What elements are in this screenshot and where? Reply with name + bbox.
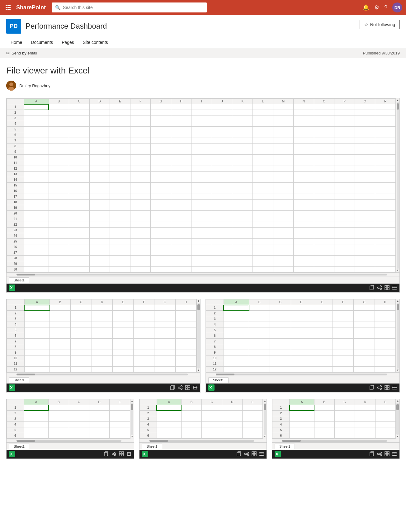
cell-L6[interactable] xyxy=(253,132,273,138)
cell-H12[interactable] xyxy=(375,367,395,372)
cell-D5[interactable] xyxy=(222,427,242,433)
cell-P3[interactable] xyxy=(334,115,355,121)
cell-B14[interactable] xyxy=(49,177,69,183)
cell-M27[interactable] xyxy=(273,250,294,256)
cell-F6[interactable] xyxy=(130,132,151,138)
cell-L29[interactable] xyxy=(253,261,273,267)
cell-B6[interactable] xyxy=(181,433,201,439)
cell-B3[interactable] xyxy=(181,416,201,422)
cell-D4[interactable] xyxy=(92,322,112,327)
cell-D3[interactable] xyxy=(89,115,110,121)
cell-Q28[interactable] xyxy=(355,256,375,261)
cell-C25[interactable] xyxy=(69,239,90,244)
cell-K9[interactable] xyxy=(232,149,253,155)
cell-G8[interactable] xyxy=(354,344,375,350)
cell-D26[interactable] xyxy=(89,244,110,250)
send-email-button[interactable]: ✉ Send by email xyxy=(6,51,37,55)
cell-I18[interactable] xyxy=(191,200,212,205)
cell-B17[interactable] xyxy=(49,194,69,200)
cell-F9[interactable] xyxy=(333,350,354,355)
cell-E6[interactable] xyxy=(112,333,133,339)
cell-D16[interactable] xyxy=(89,188,110,194)
cell-D10[interactable] xyxy=(92,355,112,361)
more-icon[interactable] xyxy=(126,451,131,457)
open-in-excel-icon[interactable] xyxy=(370,285,375,291)
cell-M13[interactable] xyxy=(273,172,294,177)
cell-E11[interactable] xyxy=(110,160,130,166)
h-scroll-thumb[interactable] xyxy=(17,440,35,442)
cell-K21[interactable] xyxy=(232,216,253,222)
cell-F10[interactable] xyxy=(130,155,151,160)
cell-D6[interactable] xyxy=(355,433,375,439)
cell-A5[interactable] xyxy=(24,427,49,433)
cell-F13[interactable] xyxy=(130,172,151,177)
cell-D12[interactable] xyxy=(89,166,110,172)
share-icon[interactable] xyxy=(178,385,183,391)
cell-C1[interactable] xyxy=(71,305,92,311)
cell-R4[interactable] xyxy=(375,121,396,127)
cell-F1[interactable] xyxy=(333,305,354,311)
cell-G26[interactable] xyxy=(151,244,171,250)
cell-I7[interactable] xyxy=(191,138,212,144)
cell-D3[interactable] xyxy=(355,416,375,422)
cell-A27[interactable] xyxy=(24,250,49,256)
cell-M5[interactable] xyxy=(273,127,294,132)
cell-F4[interactable] xyxy=(130,121,151,127)
cell-F16[interactable] xyxy=(130,188,151,194)
cell-C5[interactable] xyxy=(270,327,291,333)
cell-A12[interactable] xyxy=(224,367,249,372)
cell-L25[interactable] xyxy=(253,239,273,244)
horizontal-scrollbar[interactable] xyxy=(7,439,134,442)
cell-H5[interactable] xyxy=(175,327,196,333)
cell-G11[interactable] xyxy=(154,361,175,367)
cell-K4[interactable] xyxy=(232,121,253,127)
cell-D28[interactable] xyxy=(89,256,110,261)
cell-B25[interactable] xyxy=(49,239,69,244)
cell-L15[interactable] xyxy=(253,183,273,188)
cell-C4[interactable] xyxy=(202,422,222,427)
h-scroll-track[interactable] xyxy=(149,440,254,442)
cell-Q10[interactable] xyxy=(355,155,375,160)
cell-G7[interactable] xyxy=(154,339,175,344)
cell-N19[interactable] xyxy=(294,205,314,211)
cell-C2[interactable] xyxy=(270,311,291,316)
cell-E4[interactable] xyxy=(242,422,262,427)
cell-K1[interactable] xyxy=(232,104,253,110)
cell-I30[interactable] xyxy=(191,267,212,272)
cell-D11[interactable] xyxy=(89,160,110,166)
cell-F2[interactable] xyxy=(130,110,151,115)
cell-M28[interactable] xyxy=(273,256,294,261)
cell-H11[interactable] xyxy=(175,361,196,367)
cell-H6[interactable] xyxy=(175,333,196,339)
cell-C17[interactable] xyxy=(69,194,90,200)
spreadsheet-table[interactable]: ABCDE123456 xyxy=(7,399,130,439)
cell-M12[interactable] xyxy=(273,166,294,172)
cell-B6[interactable] xyxy=(249,333,270,339)
cell-E5[interactable] xyxy=(110,127,130,132)
scroll-thumb[interactable] xyxy=(131,404,133,410)
cell-C1[interactable] xyxy=(202,405,222,411)
scroll-track[interactable] xyxy=(396,403,399,435)
cell-N23[interactable] xyxy=(294,228,314,233)
cell-H4[interactable] xyxy=(175,322,196,327)
cell-A11[interactable] xyxy=(24,361,50,367)
cell-G6[interactable] xyxy=(154,333,175,339)
cell-F22[interactable] xyxy=(130,222,151,228)
cell-G8[interactable] xyxy=(151,144,171,149)
cell-F2[interactable] xyxy=(333,311,354,316)
cell-D5[interactable] xyxy=(89,127,110,132)
cell-N3[interactable] xyxy=(294,115,314,121)
cell-E27[interactable] xyxy=(110,250,130,256)
cell-Q22[interactable] xyxy=(355,222,375,228)
cell-P13[interactable] xyxy=(334,172,355,177)
cell-F12[interactable] xyxy=(134,367,154,372)
cell-C26[interactable] xyxy=(69,244,90,250)
cell-E7[interactable] xyxy=(110,138,130,144)
cell-R14[interactable] xyxy=(375,177,396,183)
cell-O9[interactable] xyxy=(314,149,334,155)
cell-J2[interactable] xyxy=(212,110,232,115)
cell-D1[interactable] xyxy=(291,305,312,311)
cell-I14[interactable] xyxy=(191,177,212,183)
cell-Q18[interactable] xyxy=(355,200,375,205)
sheet-tab-1[interactable]: Sheet1 xyxy=(208,377,229,383)
